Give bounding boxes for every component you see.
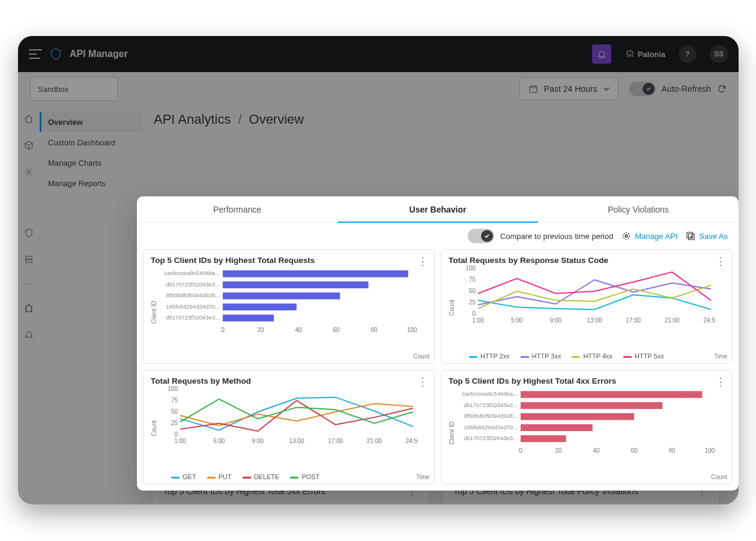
svg-text:cacfcceea9c5494ba...: cacfcceea9c5494ba... xyxy=(165,270,220,276)
chart-grid: Top 5 Client IDs by Highest Total Reques… xyxy=(137,249,739,491)
svg-rect-13 xyxy=(223,292,340,299)
legend-method: GETPUTDELETEPOST xyxy=(151,471,427,480)
legend-item: GET xyxy=(171,473,196,480)
card-status-code: Total Requests by Response Status Code ⋮… xyxy=(441,249,733,364)
svg-text:0: 0 xyxy=(472,310,476,317)
save-as-link[interactable]: Save As xyxy=(686,231,728,241)
svg-text:0: 0 xyxy=(221,327,225,333)
y-axis-label: Count xyxy=(449,300,455,316)
legend-item: DELETE xyxy=(243,473,280,480)
svg-text:d5170723f32043e3...: d5170723f32043e3... xyxy=(464,435,518,441)
svg-text:0: 0 xyxy=(519,447,522,454)
svg-text:20: 20 xyxy=(257,327,264,333)
card-top5-4xx: Top 5 Client IDs by Highest Total 4xx Er… xyxy=(441,370,733,485)
svg-text:24:59: 24:59 xyxy=(405,438,418,444)
svg-rect-17 xyxy=(223,315,274,321)
legend-item: PUT xyxy=(207,473,232,480)
compare-group: Compare to previous time period xyxy=(468,229,614,243)
svg-text:d5170723f32043e3...: d5170723f32043e3... xyxy=(464,402,518,408)
svg-rect-55 xyxy=(521,425,593,431)
svg-text:24:59: 24:59 xyxy=(703,317,716,324)
compare-toggle[interactable] xyxy=(468,229,494,243)
x-axis-label: Time xyxy=(714,353,727,360)
svg-text:0: 0 xyxy=(174,431,178,438)
svg-text:60: 60 xyxy=(333,327,340,333)
x-axis-label: Count xyxy=(711,474,727,480)
bar-chart-requests: cacfcceea9c5494ba...d5170723f32043e3...8… xyxy=(160,265,418,337)
svg-text:20: 20 xyxy=(555,447,562,454)
tab-label: Performance xyxy=(213,205,261,214)
line-chart-status: 02550751001:005:009:0013:0017:0021:0024:… xyxy=(458,265,716,325)
svg-text:80: 80 xyxy=(370,327,378,333)
y-axis-label: Client ID xyxy=(151,301,157,324)
compare-label: Compare to previous time period xyxy=(500,232,614,241)
svg-text:100: 100 xyxy=(407,327,417,333)
svg-text:5:00: 5:00 xyxy=(213,438,225,444)
svg-text:8f509dfcf9394d928...: 8f509dfcf9394d928... xyxy=(464,413,518,419)
svg-text:cacfcceea9c5494ba...: cacfcceea9c5494ba... xyxy=(462,390,518,397)
x-axis-label: Time xyxy=(416,474,429,480)
svg-text:13:00: 13:00 xyxy=(587,317,602,324)
svg-rect-6 xyxy=(687,232,692,238)
legend-item: HTTP 4xx xyxy=(572,352,612,360)
svg-text:195fe84294d34d70...: 195fe84294d34d70... xyxy=(166,303,220,310)
svg-text:50: 50 xyxy=(469,288,476,294)
gear-dashed-icon xyxy=(621,231,631,241)
modal-tabs: Performance User Behavior Policy Violati… xyxy=(137,196,739,223)
svg-rect-53 xyxy=(521,413,634,420)
svg-text:75: 75 xyxy=(469,276,476,283)
svg-text:21:00: 21:00 xyxy=(665,317,680,324)
line-chart-method: 02550751001:005:009:0013:0017:0021:0024:… xyxy=(160,385,418,446)
svg-point-5 xyxy=(625,235,627,237)
svg-text:1:00: 1:00 xyxy=(472,317,484,324)
legend-item: HTTP 2xx xyxy=(469,352,510,360)
svg-text:80: 80 xyxy=(668,447,676,454)
svg-rect-11 xyxy=(223,282,369,288)
user-behavior-modal: Performance User Behavior Policy Violati… xyxy=(137,196,739,491)
save-as-icon xyxy=(686,231,695,241)
tab-performance[interactable]: Performance xyxy=(137,196,337,222)
svg-text:40: 40 xyxy=(593,447,600,454)
legend-item: POST xyxy=(290,473,319,480)
tab-label: User Behavior xyxy=(410,205,467,214)
y-axis-label: Count xyxy=(151,420,157,437)
tab-policy-violations[interactable]: Policy Violations xyxy=(538,196,739,222)
bar-chart-4xx: cacfcceea9c5494ba...d5170723f32043e3...8… xyxy=(458,385,716,458)
save-as-label: Save As xyxy=(699,232,728,241)
tab-label: Policy Violations xyxy=(608,205,669,214)
svg-text:60: 60 xyxy=(631,447,638,454)
svg-text:9:00: 9:00 xyxy=(550,317,562,324)
svg-rect-9 xyxy=(223,270,408,277)
svg-text:5:00: 5:00 xyxy=(511,317,523,324)
svg-text:50: 50 xyxy=(171,408,178,415)
svg-text:195fe84294d34d70...: 195fe84294d34d70... xyxy=(464,424,518,431)
svg-text:d5170723f32043e3...: d5170723f32043e3... xyxy=(166,281,220,288)
modal-toolbar: Compare to previous time period Manage A… xyxy=(137,223,739,249)
svg-point-4 xyxy=(623,233,630,240)
manage-api-label: Manage API xyxy=(635,232,677,241)
card-title: Total Requests by Method xyxy=(151,376,427,385)
card-title: Top 5 Client IDs by Highest Total Reques… xyxy=(151,256,427,265)
svg-text:17:00: 17:00 xyxy=(626,317,641,324)
x-axis-label: Count xyxy=(413,353,429,360)
tab-user-behavior[interactable]: User Behavior xyxy=(337,196,538,222)
card-top5-requests: Top 5 Client IDs by Highest Total Reques… xyxy=(143,249,435,364)
y-axis-label: Client ID xyxy=(449,422,455,444)
check-icon xyxy=(484,233,490,239)
svg-text:21:00: 21:00 xyxy=(367,438,382,444)
svg-text:d5170723f32043e3...: d5170723f32043e3... xyxy=(166,314,220,321)
svg-text:17:00: 17:00 xyxy=(328,438,343,444)
svg-text:100: 100 xyxy=(705,447,715,454)
svg-rect-51 xyxy=(521,402,662,409)
manage-api-link[interactable]: Manage API xyxy=(621,231,677,241)
svg-rect-57 xyxy=(521,435,566,442)
svg-text:25: 25 xyxy=(171,420,178,426)
svg-text:25: 25 xyxy=(469,299,476,306)
card-title: Total Requests by Response Status Code xyxy=(449,256,725,265)
svg-text:9:00: 9:00 xyxy=(252,438,264,444)
svg-text:13:00: 13:00 xyxy=(289,438,304,444)
app-frame: API Manager Palonia ? SS Sandbox Past 24… xyxy=(18,36,739,504)
svg-text:100: 100 xyxy=(465,265,476,271)
legend-item: HTTP 3xx xyxy=(521,352,561,360)
legend-status: HTTP 2xxHTTP 3xxHTTP 4xxHTTP 5xx xyxy=(449,350,725,360)
